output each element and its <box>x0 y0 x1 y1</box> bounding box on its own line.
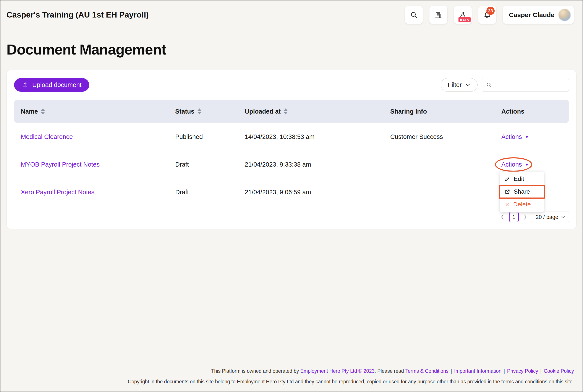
page-number-button[interactable]: 1 <box>509 212 519 222</box>
sort-icon[interactable] <box>41 108 45 114</box>
column-header-uploaded-at[interactable]: Uploaded at <box>245 108 390 115</box>
document-status: Published <box>175 133 245 140</box>
sort-icon[interactable] <box>197 108 201 114</box>
chevron-right-icon <box>523 214 527 220</box>
row-actions-wrap: Actions ▼ Edit <box>501 161 529 168</box>
search-icon <box>410 11 418 19</box>
table-row: Xero Payroll Project Notes Draft 21/04/2… <box>14 178 569 206</box>
table-row: Medical Clearence Published 14/04/2023, … <box>14 123 569 150</box>
chevron-down-icon <box>465 83 470 86</box>
footer-copyright: Copyright in the documents on this site … <box>1 379 574 385</box>
next-page-button[interactable] <box>523 213 528 221</box>
x-icon <box>504 202 510 207</box>
footer-separator: | <box>540 368 542 374</box>
documents-card: Upload document Filter Name <box>7 70 576 229</box>
chevron-left-icon <box>500 214 504 220</box>
header-actions: BETA 23 Casper Claude <box>405 6 574 24</box>
user-name: Casper Claude <box>509 11 554 18</box>
column-header-name[interactable]: Name <box>14 108 175 115</box>
upload-icon <box>22 82 28 88</box>
building-icon <box>434 11 442 19</box>
user-avatar <box>558 9 571 21</box>
filter-label: Filter <box>448 81 462 88</box>
chevron-down-icon <box>561 216 565 218</box>
app-root: Casper's Training (AU 1st EH Payroll) BE <box>0 0 583 392</box>
footer-line1: This Platform is owned and operated by E… <box>1 368 574 374</box>
footer-link-cookie[interactable]: Cookie Policy <box>544 368 574 374</box>
notification-count-badge: 23 <box>486 7 495 15</box>
document-name-link[interactable]: MYOB Payroll Project Notes <box>21 161 100 168</box>
beta-badge: BETA <box>458 17 471 22</box>
column-header-actions: Actions <box>501 108 569 115</box>
table-search-input[interactable] <box>495 81 565 88</box>
footer-link-terms[interactable]: Terms & Conditions <box>405 368 449 374</box>
filter-button[interactable]: Filter <box>441 78 477 92</box>
document-name-link[interactable]: Xero Payroll Project Notes <box>21 189 94 196</box>
toolbar-right: Filter <box>441 78 569 92</box>
menu-item-edit[interactable]: Edit <box>500 173 544 186</box>
previous-page-button[interactable] <box>500 213 505 221</box>
document-name-link[interactable]: Medical Clearence <box>21 133 73 140</box>
document-status: Draft <box>175 161 245 168</box>
organisation-title: Casper's Training (AU 1st EH Payroll) <box>7 10 149 20</box>
footer-link-privacy[interactable]: Privacy Policy <box>507 368 538 374</box>
footer-text: This Platform is owned and operated by <box>211 368 300 374</box>
upload-document-label: Upload document <box>32 81 81 88</box>
footer-separator: | <box>451 368 452 374</box>
caret-down-icon: ▼ <box>525 135 529 139</box>
pagination: 1 20 / page <box>14 212 569 222</box>
column-header-status[interactable]: Status <box>175 108 245 115</box>
document-status: Draft <box>175 189 245 196</box>
actions-dropdown-menu: Edit Share <box>500 172 544 212</box>
share-icon <box>504 189 510 195</box>
column-header-sharing-info: Sharing Info <box>390 108 501 115</box>
footer-separator: | <box>504 368 505 374</box>
caret-down-icon: ▼ <box>525 163 529 167</box>
organisation-switcher-button[interactable] <box>429 6 447 24</box>
user-menu-button[interactable]: Casper Claude <box>503 6 574 24</box>
menu-item-share[interactable]: Share <box>500 186 544 198</box>
document-uploaded-at: 21/04/2023, 9:33:38 am <box>245 161 390 168</box>
top-header: Casper's Training (AU 1st EH Payroll) BE <box>1 0 582 24</box>
labs-button[interactable]: BETA <box>454 6 472 24</box>
documents-toolbar: Upload document Filter <box>14 78 569 92</box>
footer-link-employment-hero[interactable]: Employment Hero Pty Ltd © 2023 <box>300 368 375 374</box>
footer-link-important-information[interactable]: Important Information <box>454 368 502 374</box>
page-size-select[interactable]: 20 / page <box>532 212 569 222</box>
page-title: Document Management <box>7 41 582 58</box>
notifications-button[interactable]: 23 <box>478 6 496 24</box>
table-header-row: Name Status Uploaded at Sharing Info Act… <box>14 100 569 123</box>
document-uploaded-at: 21/04/2023, 9:06:59 am <box>245 189 390 196</box>
sort-icon[interactable] <box>284 108 287 114</box>
table-search[interactable] <box>482 78 569 92</box>
document-uploaded-at: 14/04/2023, 10:38:53 am <box>245 133 390 140</box>
pencil-icon <box>504 176 510 182</box>
document-sharing-info: Customer Success <box>390 133 501 140</box>
menu-item-delete[interactable]: Delete <box>500 198 544 211</box>
row-actions-button[interactable]: Actions ▼ <box>501 161 529 168</box>
site-footer: This Platform is owned and operated by E… <box>1 368 574 385</box>
row-actions-button[interactable]: Actions ▼ <box>501 133 529 140</box>
search-button[interactable] <box>405 6 423 24</box>
search-icon <box>486 82 492 88</box>
table-row: MYOB Payroll Project Notes Draft 21/04/2… <box>14 150 569 178</box>
upload-document-button[interactable]: Upload document <box>14 78 89 92</box>
footer-text: . Please read <box>375 368 405 374</box>
